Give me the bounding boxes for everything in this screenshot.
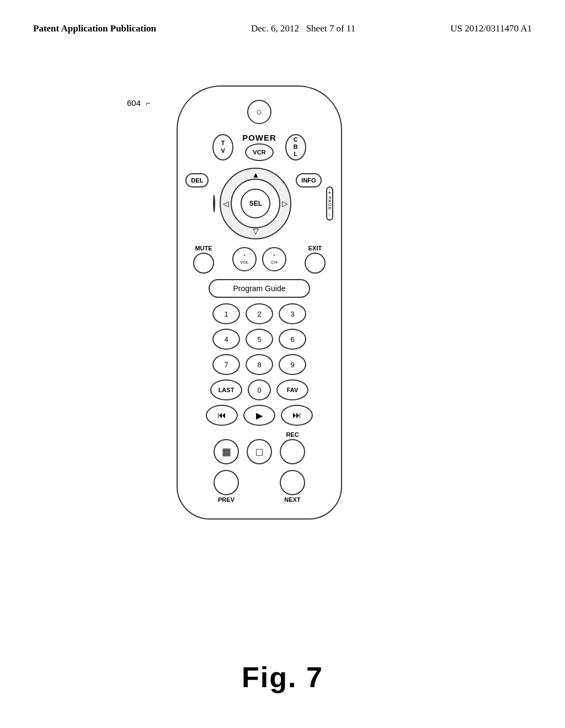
vol-label: VOL bbox=[240, 260, 249, 265]
remote-label-arrow: ⌐ bbox=[146, 98, 151, 108]
rec-group: REC bbox=[280, 431, 305, 464]
del-button[interactable]: DEL bbox=[185, 173, 209, 188]
num-row-3: 7 8 9 bbox=[212, 354, 306, 375]
power-circle-icon: ○ bbox=[257, 106, 263, 118]
vol-star: * bbox=[243, 253, 246, 260]
page-minus-icon: - bbox=[328, 211, 330, 217]
fav-button[interactable]: FAV bbox=[276, 379, 308, 400]
prev-next-row: PREV NEXT bbox=[214, 470, 305, 503]
stop-group: □ bbox=[247, 439, 272, 464]
ch-button[interactable]: * CH bbox=[262, 247, 286, 271]
rec-button[interactable] bbox=[280, 439, 305, 464]
prev-label: PREV bbox=[218, 496, 234, 503]
power-label: POWER bbox=[242, 133, 276, 142]
remote-label: 604 bbox=[127, 98, 141, 108]
sel-button[interactable]: SEL bbox=[241, 189, 270, 218]
publication-title: Patent Application Publication bbox=[33, 22, 156, 35]
program-guide-button[interactable]: Program Guide bbox=[209, 279, 310, 298]
nav-row: DEL SEL ▲ ▽ ◁ ▷ bbox=[189, 168, 330, 239]
exit-label: EXIT bbox=[308, 245, 322, 251]
vcr-label: VCR bbox=[253, 149, 265, 156]
header: Patent Application Publication Dec. 6, 2… bbox=[33, 22, 532, 35]
program-guide-label: Program Guide bbox=[233, 284, 286, 293]
mute-exit-row: MUTE * VOL * CH EXIT bbox=[189, 245, 330, 274]
last-button[interactable]: LAST bbox=[210, 379, 242, 400]
num-row-4: LAST 0 FAV bbox=[210, 379, 308, 400]
num-1-button[interactable]: 1 bbox=[212, 303, 240, 324]
nav-pad: SEL ▲ ▽ ◁ ▷ bbox=[220, 168, 291, 239]
nav-right-button[interactable]: ▷ bbox=[282, 199, 288, 208]
transport-row: ⏮ ▶ ⏭ bbox=[206, 405, 313, 426]
del-label: DEL bbox=[191, 177, 203, 184]
cbl-button[interactable]: CBL bbox=[285, 134, 306, 160]
exit-group: EXIT bbox=[305, 245, 326, 274]
rec-label: REC bbox=[286, 431, 299, 438]
page-button[interactable]: + PAGE - bbox=[326, 186, 333, 221]
ch-label: CH bbox=[271, 260, 278, 265]
nav-left-button[interactable]: ◁ bbox=[223, 199, 229, 208]
next-btn-group: NEXT bbox=[280, 470, 305, 503]
prev-group: ▦ bbox=[214, 439, 239, 464]
spacer bbox=[247, 470, 272, 495]
ffwd-button[interactable]: ⏭ bbox=[281, 405, 313, 426]
page-label: PAGE bbox=[327, 196, 332, 211]
remote-body: ○ TV POWER VCR CBL DEL bbox=[177, 85, 342, 520]
header-date-sheet: Dec. 6, 2012 Sheet 7 of 11 bbox=[251, 22, 355, 35]
sheet-info: Sheet 7 of 11 bbox=[306, 23, 356, 34]
publication-date: Dec. 6, 2012 bbox=[251, 23, 299, 34]
stop-button[interactable]: □ bbox=[247, 439, 272, 464]
power-top-button[interactable]: ○ bbox=[247, 100, 271, 124]
vol-ch-group: * VOL * CH bbox=[232, 247, 286, 271]
ch-star: * bbox=[273, 253, 275, 260]
num-3-button[interactable]: 3 bbox=[279, 303, 306, 324]
tv-button[interactable]: TV bbox=[212, 134, 233, 160]
power-vcr-group: POWER VCR bbox=[242, 133, 276, 161]
rewind-button[interactable]: ⏮ bbox=[206, 405, 238, 426]
page-plus-icon: + bbox=[328, 190, 331, 196]
exit-button[interactable] bbox=[305, 253, 326, 274]
power-row: TV POWER VCR CBL bbox=[189, 133, 330, 161]
num-row-1: 1 2 3 bbox=[212, 303, 306, 324]
num-0-button[interactable]: 0 bbox=[248, 379, 271, 400]
sel-label: SEL bbox=[249, 200, 262, 207]
side-left-circle[interactable] bbox=[213, 195, 215, 212]
patent-number: US 2012/0311470 A1 bbox=[450, 22, 532, 35]
vcr-button[interactable]: VCR bbox=[245, 143, 274, 161]
num-2-button[interactable]: 2 bbox=[246, 303, 273, 324]
info-button[interactable]: INFO bbox=[296, 173, 321, 188]
num-row-2: 4 5 6 bbox=[212, 329, 306, 350]
mute-group: MUTE bbox=[193, 245, 214, 274]
barcode-button[interactable]: ▦ bbox=[214, 439, 239, 464]
vol-button[interactable]: * VOL bbox=[232, 247, 257, 271]
prev-btn-group: PREV bbox=[214, 470, 239, 503]
nav-down-button[interactable]: ▽ bbox=[253, 227, 259, 236]
num-6-button[interactable]: 6 bbox=[279, 329, 306, 350]
next-button[interactable] bbox=[280, 470, 305, 495]
num-4-button[interactable]: 4 bbox=[212, 329, 240, 350]
play-button[interactable]: ▶ bbox=[243, 405, 275, 426]
bottom-row: ▦ □ REC bbox=[214, 431, 305, 464]
num-5-button[interactable]: 5 bbox=[246, 329, 273, 350]
figure-label: Fig. 7 bbox=[242, 661, 323, 694]
next-label: NEXT bbox=[284, 496, 300, 503]
mute-label: MUTE bbox=[195, 245, 212, 251]
num-7-button[interactable]: 7 bbox=[212, 354, 240, 375]
num-8-button[interactable]: 8 bbox=[246, 354, 273, 375]
info-label: INFO bbox=[301, 177, 316, 184]
nav-up-button[interactable]: ▲ bbox=[252, 171, 259, 180]
mute-button[interactable] bbox=[193, 253, 214, 274]
prev-button[interactable] bbox=[214, 470, 239, 495]
num-9-button[interactable]: 9 bbox=[279, 354, 306, 375]
